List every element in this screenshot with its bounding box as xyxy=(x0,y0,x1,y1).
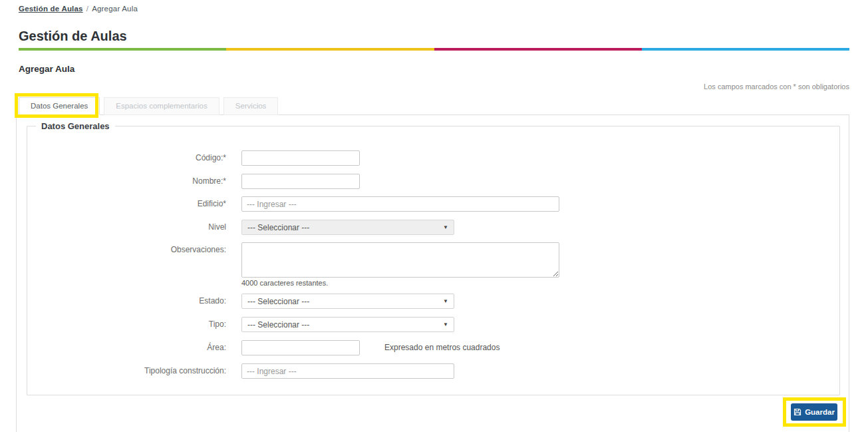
observaciones-row: Observaciones: xyxy=(0,242,559,280)
tipo-label: Tipo: xyxy=(0,317,226,332)
nivel-label: Nivel xyxy=(0,220,226,235)
nivel-select[interactable]: --- Seleccionar --- ▼ xyxy=(241,220,454,235)
nombre-label: Nombre:* xyxy=(0,174,226,189)
observaciones-label: Observaciones: xyxy=(0,242,226,254)
page-title: Gestión de Aulas xyxy=(19,29,127,44)
save-button-label: Guardar xyxy=(805,408,835,416)
codigo-label: Código:* xyxy=(0,150,226,166)
brand-color-bar xyxy=(19,48,849,51)
tipo-select-value: --- Seleccionar --- xyxy=(247,320,309,329)
bar-segment-green xyxy=(19,48,226,51)
required-fields-note: Los campos marcados con * son obligatori… xyxy=(704,83,849,91)
nombre-row: Nombre:* xyxy=(0,174,360,189)
tipo-row: Tipo: --- Seleccionar --- ▼ xyxy=(0,317,454,332)
tipo-select[interactable]: --- Seleccionar --- ▼ xyxy=(241,317,454,332)
breadcrumb-link-gestion-de-aulas[interactable]: Gestión de Aulas xyxy=(19,5,83,13)
tab-espacios-complementarios[interactable]: Espacios complementarios xyxy=(104,97,219,115)
breadcrumb-separator: / xyxy=(86,5,88,13)
nivel-select-value: --- Seleccionar --- xyxy=(247,223,309,232)
page: Gestión de Aulas/Agregar Aula Gestión de… xyxy=(0,0,868,432)
estado-label: Estado: xyxy=(0,294,226,309)
estado-select[interactable]: --- Seleccionar --- ▼ xyxy=(241,294,454,309)
area-input[interactable] xyxy=(241,340,360,355)
breadcrumb-current: Agregar Aula xyxy=(92,5,138,13)
nivel-row: Nivel --- Seleccionar --- ▼ xyxy=(0,220,454,235)
nombre-input[interactable] xyxy=(241,174,360,189)
area-units-note: Expresado en metros cuadrados xyxy=(384,340,500,355)
chevron-down-icon: ▼ xyxy=(443,224,448,230)
bar-segment-yellow xyxy=(226,48,434,51)
bar-segment-magenta xyxy=(434,48,642,51)
bar-segment-blue xyxy=(642,48,849,51)
estado-select-value: --- Seleccionar --- xyxy=(247,297,309,306)
floppy-disk-icon xyxy=(794,408,801,416)
edificio-label: Edificio* xyxy=(0,196,226,212)
tipologia-input[interactable] xyxy=(241,363,454,379)
tipologia-label: Tipología construcción: xyxy=(0,363,226,379)
chevron-down-icon: ▼ xyxy=(443,298,448,304)
area-row: Área: Expresado en metros cuadrados xyxy=(0,340,500,355)
section-subtitle: Agregar Aula xyxy=(19,64,74,74)
edificio-input[interactable] xyxy=(241,196,559,212)
edificio-row: Edificio* xyxy=(0,196,559,212)
fieldset-legend: Datos Generales xyxy=(36,121,115,131)
save-button[interactable]: Guardar xyxy=(791,403,837,421)
codigo-row: Código:* xyxy=(0,150,360,166)
chevron-down-icon: ▼ xyxy=(443,322,448,327)
tab-datos-generales[interactable]: Datos Generales xyxy=(19,97,100,115)
area-label: Área: xyxy=(0,340,226,355)
tab-servicios[interactable]: Servicios xyxy=(223,97,279,115)
caracteres-restantes-hint: 4000 caracteres restantes. xyxy=(241,279,328,287)
codigo-input[interactable] xyxy=(241,150,360,166)
breadcrumb: Gestión de Aulas/Agregar Aula xyxy=(19,5,138,13)
estado-row: Estado: --- Seleccionar --- ▼ xyxy=(0,294,454,309)
tab-bar: Datos Generales Espacios complementarios… xyxy=(19,97,282,115)
observaciones-textarea[interactable] xyxy=(241,242,559,278)
tipologia-row: Tipología construcción: xyxy=(0,363,454,379)
